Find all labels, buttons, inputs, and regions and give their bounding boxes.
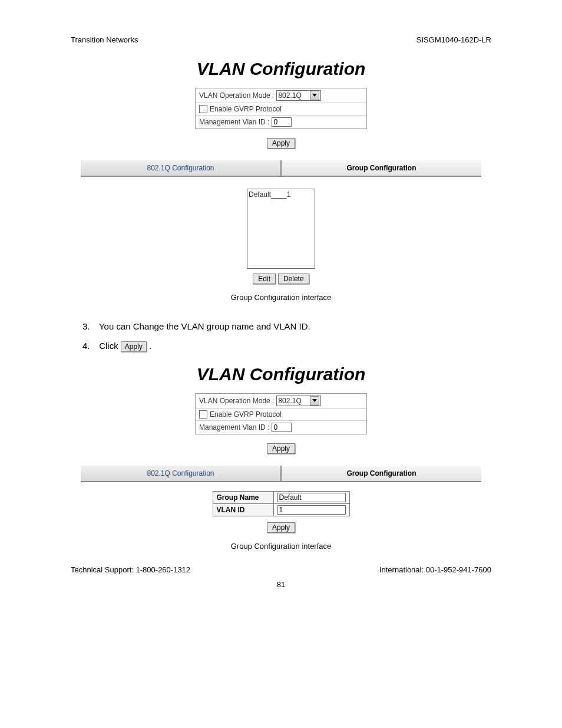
mgmt-vlan-label: Management Vlan ID : <box>199 118 269 126</box>
tab-8021q-1[interactable]: 802.1Q Configuration <box>81 160 282 176</box>
op-mode-label: VLAN Operation Mode : <box>199 91 274 100</box>
gvrp-checkbox-2[interactable] <box>199 410 207 419</box>
mgmt-vlan-input-2[interactable] <box>272 423 292 432</box>
mgmt-vlan-input[interactable] <box>272 117 292 127</box>
tab-group-1[interactable]: Group Configuration <box>282 160 481 176</box>
tab-group-2[interactable]: Group Configuration <box>282 466 481 481</box>
apply-inline-button: Apply <box>121 341 147 352</box>
step-4-num: 4. <box>82 336 97 355</box>
footer-right: International: 00-1-952-941-7600 <box>379 565 491 574</box>
apply-button-2[interactable]: Apply <box>267 443 295 454</box>
op-mode-select[interactable]: 802.1Q <box>276 90 321 101</box>
footer-left: Technical Support: 1-800-260-1312 <box>71 565 190 574</box>
header-right: SISGM1040-162D-LR <box>416 35 491 44</box>
vlan-id-label: VLAN ID <box>213 504 273 516</box>
step-3-num: 3. <box>82 317 97 336</box>
step-list: 3. You can Change the VLAN group name an… <box>82 317 491 355</box>
op-mode-label-2: VLAN Operation Mode : <box>199 397 274 405</box>
page-title-1: VLAN Configuration <box>71 59 491 79</box>
header-left: Transition Networks <box>71 35 138 44</box>
chevron-down-icon-2[interactable] <box>310 396 319 406</box>
step-4-text-b: . <box>149 341 151 351</box>
vlan-group-listbox[interactable]: Default____1 <box>247 189 315 269</box>
op-mode-value-2: 802.1Q <box>278 397 301 405</box>
page-number: 81 <box>71 580 491 589</box>
step-3-text: You can Change the VLAN group name and V… <box>99 321 310 331</box>
tab-row-2: 802.1Q Configuration Group Configuration <box>81 466 481 482</box>
config-box-2: VLAN Operation Mode : 802.1Q Enable GVRP… <box>195 393 367 434</box>
vlan-id-input[interactable] <box>277 505 346 515</box>
page-title-2: VLAN Configuration <box>71 364 491 384</box>
mgmt-vlan-label-2: Management Vlan ID : <box>199 423 269 431</box>
op-mode-select-2[interactable]: 802.1Q <box>276 396 321 406</box>
delete-button[interactable]: Delete <box>278 274 309 284</box>
config-box-1: VLAN Operation Mode : 802.1Q Enable GVRP… <box>195 88 367 129</box>
chevron-down-icon[interactable] <box>310 91 319 100</box>
edit-button[interactable]: Edit <box>253 274 276 284</box>
caption-2: Group Configuration interface <box>71 542 491 551</box>
gvrp-label-2: Enable GVRP Protocol <box>210 410 282 419</box>
tab-8021q-2[interactable]: 802.1Q Configuration <box>81 466 282 481</box>
op-mode-value: 802.1Q <box>278 91 301 100</box>
gvrp-label: Enable GVRP Protocol <box>210 105 282 113</box>
group-name-input[interactable] <box>277 493 346 502</box>
group-name-label: Group Name <box>213 492 273 504</box>
step-4-text-a: Click <box>99 341 121 351</box>
apply-button-1[interactable]: Apply <box>267 138 295 149</box>
gvrp-checkbox[interactable] <box>199 105 207 113</box>
group-edit-table: Group Name VLAN ID <box>213 491 350 516</box>
tab-row-1: 802.1Q Configuration Group Configuration <box>81 160 481 177</box>
apply-button-3[interactable]: Apply <box>267 522 295 533</box>
list-item[interactable]: Default____1 <box>249 190 313 199</box>
caption-1: Group Configuration interface <box>71 293 491 302</box>
